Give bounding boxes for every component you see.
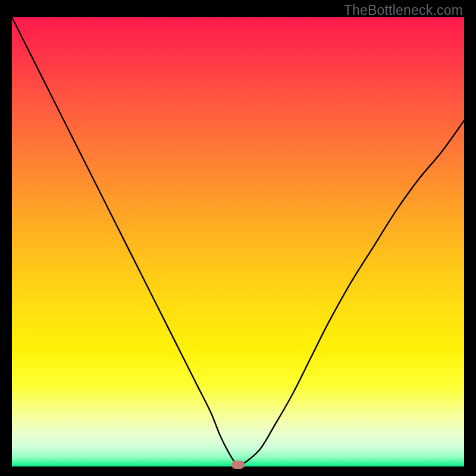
chart-frame: TheBottleneck.com: [0, 0, 476, 476]
watermark-text: TheBottleneck.com: [344, 2, 463, 18]
curve-layer: [0, 0, 476, 476]
bottleneck-curve: [12, 17, 464, 465]
optimal-point-marker: [231, 461, 245, 469]
